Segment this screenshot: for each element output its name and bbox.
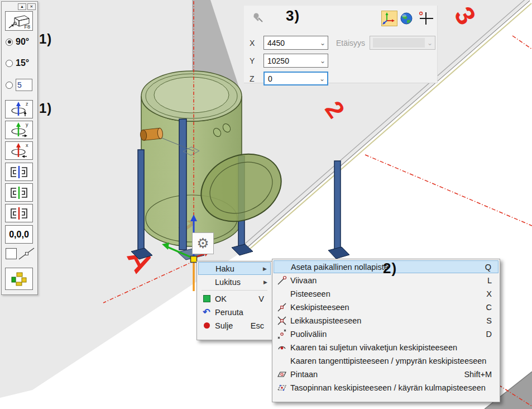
tank-leg-far-plate xyxy=(328,247,349,259)
submenu-item-label: Tasopinnan keskipisteeseen / käyrän kulm… xyxy=(290,383,492,392)
chevron-down-icon[interactable]: ⌄ xyxy=(317,75,327,83)
submenu-arrow-icon: ▶ xyxy=(263,279,271,285)
radio-icon xyxy=(6,82,13,89)
submenu-arrow-icon: ▶ xyxy=(263,266,270,272)
z-value: 0 xyxy=(265,74,317,83)
origin-000-label: 0,0,0 xyxy=(9,230,29,240)
menu-separator xyxy=(202,290,267,291)
annotation-3: 3) xyxy=(286,7,300,25)
menu-item-ok[interactable]: OK V xyxy=(198,292,271,305)
submenu-item-label: Pintaan xyxy=(290,370,464,379)
distance-label: Etäisyys xyxy=(336,39,365,47)
world-coordsys-button[interactable] xyxy=(400,12,413,25)
distance-combobox: ⌄ xyxy=(370,36,435,50)
line-point-icon xyxy=(18,246,36,261)
chevron-down-icon: ⌄ xyxy=(425,39,435,47)
point-grid-button[interactable] xyxy=(5,268,33,290)
x-label: X xyxy=(250,39,255,47)
submenu-item-tangenttipiste[interactable]: Kaaren tangenttipisteeseen / ympyrän kes… xyxy=(274,354,499,367)
annotation-1-mid: 1) xyxy=(39,101,52,116)
menu-shortcut: Shift+M xyxy=(464,370,499,379)
menu-item-peruuta[interactable]: ↶ Peruuta xyxy=(198,306,271,318)
rotate-y-button[interactable]: y xyxy=(5,121,33,139)
menu-item-lukitus[interactable]: Lukitus ▶ xyxy=(198,275,271,288)
snap-submenu: Aseta paikallinen nollapiste Q Viivaan L… xyxy=(272,259,500,402)
menu-shortcut: L xyxy=(487,276,499,285)
tank-nozzle xyxy=(140,128,164,141)
x-value: 4450 xyxy=(264,39,318,47)
context-menu: Haku ▶ Lukitus ▶ OK V ↶ Peruuta Sulje Es… xyxy=(196,261,272,340)
menu-shortcut: Esc xyxy=(251,321,271,330)
tank-leg-far xyxy=(334,161,341,253)
submenu-item-pisteeseen[interactable]: Pisteeseen X xyxy=(274,287,499,300)
submenu-item-label: Kaaren tangenttipisteeseen / ympyrän kes… xyxy=(290,356,492,365)
submenu-item-keskipisteeseen[interactable]: Keskipisteeseen C xyxy=(274,301,499,313)
submenu-item-label: Kaaren tai suljetun viivaketjun keskipis… xyxy=(290,343,492,352)
submenu-item-tasopinnan[interactable]: Tasopinnan keskipisteeseen / käyrän kulm… xyxy=(274,381,499,394)
angle-custom-input[interactable] xyxy=(16,79,32,91)
radio-icon xyxy=(6,60,13,67)
coordinate-input-panel: X 4450 ⌄ Y 10250 ⌄ Z 0 ⌄ Etäisyys ⌄ xyxy=(244,6,438,83)
chevron-down-icon[interactable]: ⌄ xyxy=(318,57,328,65)
radio-selected-icon xyxy=(6,39,13,46)
menu-shortcut: D xyxy=(486,330,499,339)
distance-value xyxy=(373,38,425,47)
submenu-item-label: Puoliväliin xyxy=(290,330,486,339)
submenu-item-puolivaliin[interactable]: Puoliväliin D xyxy=(274,327,499,340)
x-coordinate-combobox[interactable]: 4450 ⌄ xyxy=(263,36,328,50)
angle-custom-option[interactable] xyxy=(6,79,32,91)
mirror-y-button[interactable] xyxy=(5,183,33,202)
close-button[interactable]: ✕ xyxy=(27,3,36,10)
snap-halfway-icon xyxy=(277,329,287,339)
origin-node[interactable] xyxy=(191,256,197,263)
mirror-y-icon xyxy=(8,186,30,199)
menu-item-haku[interactable]: Haku ▶ xyxy=(198,262,271,275)
menu-item-label: Sulje xyxy=(215,321,251,330)
angle-15-label: 15° xyxy=(16,58,29,68)
z-label: Z xyxy=(250,74,255,83)
pin-icon[interactable] xyxy=(252,11,264,23)
snap-checkbox[interactable] xyxy=(6,248,17,259)
gear-icon: ⚙ xyxy=(196,235,209,251)
close-dot-icon xyxy=(204,322,210,329)
view-f8-button[interactable]: F8 xyxy=(5,11,33,31)
annotation-2: 2) xyxy=(383,260,397,277)
menu-item-label: Peruuta xyxy=(215,308,271,317)
undo-icon: ↶ xyxy=(198,307,215,317)
snap-arc-center-icon xyxy=(277,343,287,353)
snap-surface-icon xyxy=(277,369,287,379)
angle-15-option[interactable]: 15° xyxy=(6,58,29,68)
snap-line-icon xyxy=(277,275,287,286)
collapse-button[interactable]: ▲ xyxy=(18,3,26,10)
gear-button[interactable]: ⚙ xyxy=(192,232,214,254)
y-value: 10250 xyxy=(264,56,318,65)
menu-shortcut: X xyxy=(486,289,499,298)
rotate-x-button[interactable]: x xyxy=(5,141,33,160)
mirror-z-button[interactable] xyxy=(5,163,33,181)
submenu-item-label: Leikkauspisteeseen xyxy=(290,316,486,325)
menu-item-sulje[interactable]: Sulje Esc xyxy=(198,319,271,332)
snap-midpoint-icon xyxy=(277,302,287,312)
tank-top-lid xyxy=(154,77,229,113)
submenu-item-kaaren-keskipiste[interactable]: Kaaren tai suljetun viivaketjun keskipis… xyxy=(274,341,499,354)
chevron-down-icon[interactable]: ⌄ xyxy=(318,39,328,47)
angle-90-option[interactable]: 90° xyxy=(6,37,29,47)
rotate-z-icon: z xyxy=(8,101,30,117)
submenu-item-pintaan[interactable]: Pintaan Shift+M xyxy=(274,368,499,381)
ok-icon xyxy=(203,295,210,302)
local-coordsys-button[interactable] xyxy=(381,11,397,26)
collapse-icon: ▲ xyxy=(20,4,24,8)
point-grid-icon xyxy=(10,271,28,287)
pick-point-button[interactable] xyxy=(418,11,435,26)
submenu-item-leikkauspisteeseen[interactable]: Leikkauspisteeseen S xyxy=(274,314,499,327)
menu-item-label: OK xyxy=(215,294,258,303)
menu-shortcut: V xyxy=(258,294,271,303)
svg-text:y: y xyxy=(26,122,28,127)
origin-000-button[interactable]: 0,0,0 xyxy=(5,225,33,244)
y-coordinate-combobox[interactable]: 10250 ⌄ xyxy=(263,54,328,68)
mirror-x-button[interactable] xyxy=(5,204,33,222)
rotation-toolbar: ▲ ✕ F8 90° 15° z xyxy=(1,1,38,295)
menu-shortcut: S xyxy=(486,316,499,325)
rotate-z-button[interactable]: z xyxy=(5,100,33,118)
z-coordinate-combobox[interactable]: 0 ⌄ xyxy=(263,72,328,85)
